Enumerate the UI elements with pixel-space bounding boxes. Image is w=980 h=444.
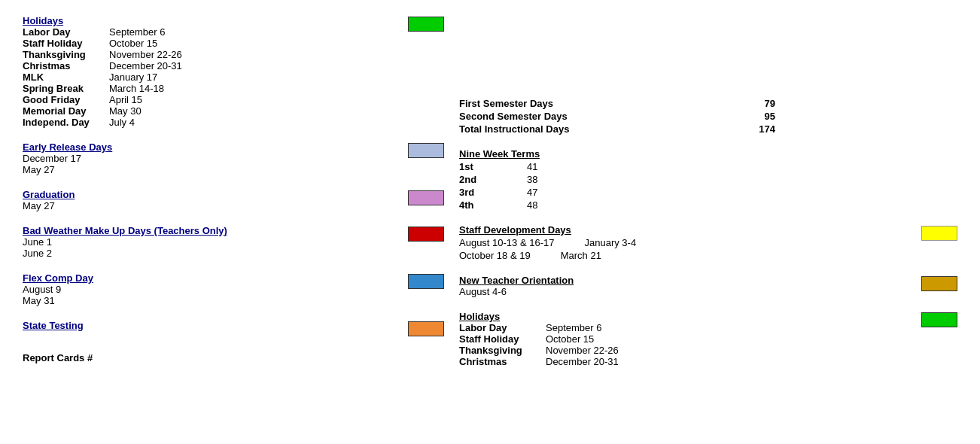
- early-release-item: December 17: [23, 153, 112, 164]
- holiday-date: January 17: [109, 71, 157, 83]
- early-release-list: December 17May 27: [23, 153, 112, 175]
- holiday-label: Good Friday: [23, 94, 109, 105]
- holiday2-date: September 6: [546, 322, 601, 333]
- semester-days-section: First Semester Days79Second Semester Day…: [459, 98, 957, 135]
- state-testing-header-row: State Testing: [23, 320, 444, 339]
- flex-comp-header: Flex Comp Day: [23, 272, 93, 284]
- staff-dev-color-box-area: [921, 224, 957, 243]
- holiday-item: Memorial DayMay 30: [23, 105, 182, 117]
- holidays2-header: Holidays: [459, 311, 619, 322]
- holiday2-date: October 15: [546, 333, 594, 345]
- holiday-label: Staff Holiday: [23, 38, 109, 49]
- holiday2-item: ThanksgivingNovember 22-26: [459, 345, 619, 356]
- nine-week-value: 48: [527, 199, 537, 211]
- nine-week-term: 3rd: [459, 187, 482, 198]
- nine-week-term: 1st: [459, 161, 482, 172]
- right-column: First Semester Days79Second Semester Day…: [444, 15, 957, 381]
- graduation-color-box: [408, 190, 444, 205]
- nine-week-header: Nine Week Terms: [459, 148, 957, 160]
- holiday2-label: Christmas: [459, 356, 546, 367]
- nine-week-section: Nine Week Terms 1st412nd383rd474th48: [459, 148, 957, 211]
- staff-dev-dates: August 10-13 & 16-17January 3-4October 1…: [459, 237, 636, 261]
- holidays2-header-row: Holidays Labor DaySeptember 6Staff Holid…: [459, 311, 957, 367]
- holiday-item: ChristmasDecember 20-31: [23, 60, 182, 71]
- early-release-header-row: Early Release Days December 17May 27: [23, 141, 444, 175]
- new-teacher-section: New Teacher Orientation August 4-6: [459, 275, 957, 297]
- holidays2-content: Holidays Labor DaySeptember 6Staff Holid…: [459, 311, 619, 367]
- semester-row: Second Semester Days95: [459, 111, 775, 122]
- holiday-date: December 20-31: [109, 60, 182, 71]
- nine-week-value: 47: [527, 187, 537, 198]
- new-teacher-header: New Teacher Orientation: [459, 275, 574, 286]
- bad-weather-color-box: [408, 227, 444, 242]
- holiday-label: Memorial Day: [23, 105, 109, 117]
- staff-dev-section: Staff Development Days August 10-13 & 16…: [459, 224, 957, 261]
- holidays-section: Holidays Labor DaySeptember 6Staff Holid…: [23, 15, 444, 128]
- flex-comp-header-row: Flex Comp Day August 9May 31: [23, 272, 444, 306]
- report-cards-label: Report Cards #: [23, 352, 444, 363]
- bad-weather-header: Bad Weather Make Up Days (Teachers Only): [23, 225, 227, 236]
- staff-dev-date-row: August 10-13 & 16-17January 3-4: [459, 237, 636, 248]
- nine-week-row: 4th48: [459, 199, 957, 211]
- graduation-color-box-area: [408, 189, 444, 208]
- semester-value: 95: [745, 111, 775, 122]
- holiday-date: November 22-26: [109, 49, 182, 60]
- early-release-item: May 27: [23, 164, 112, 175]
- staff-dev-col2: March 21: [561, 250, 601, 261]
- nine-week-row: 2nd38: [459, 174, 957, 185]
- graduation-header-row: Graduation May 27: [23, 189, 444, 211]
- holiday-item: Good FridayApril 15: [23, 94, 182, 105]
- holiday2-item: Staff HolidayOctober 15: [459, 333, 619, 345]
- new-teacher-content: New Teacher Orientation August 4-6: [459, 275, 574, 297]
- holiday-item: Independ. DayJuly 4: [23, 117, 182, 128]
- staff-dev-content: Staff Development Days August 10-13 & 16…: [459, 224, 636, 261]
- nine-week-list: 1st412nd383rd474th48: [459, 161, 957, 211]
- nine-week-term: 4th: [459, 199, 482, 211]
- semester-label: Second Semester Days: [459, 111, 568, 122]
- flex-comp-color-box-area: [408, 272, 444, 291]
- holiday-item: MLKJanuary 17: [23, 71, 182, 83]
- bad-weather-item: June 2: [23, 248, 227, 259]
- holidays2-list: Labor DaySeptember 6Staff HolidayOctober…: [459, 322, 619, 367]
- flex-comp-item: August 9: [23, 284, 93, 295]
- holiday-label: Thanksgiving: [23, 49, 109, 60]
- early-release-color-box-area: [408, 141, 444, 160]
- holidays-header: Holidays: [23, 15, 182, 26]
- report-cards-section: Report Cards #: [23, 352, 444, 363]
- semester-label: First Semester Days: [459, 98, 553, 109]
- nine-week-value: 38: [527, 174, 537, 185]
- new-teacher-dates: August 4-6: [459, 286, 574, 297]
- holiday-date: April 15: [109, 94, 142, 105]
- state-testing-color-box: [408, 321, 444, 336]
- staff-dev-date-row: October 18 & 19March 21: [459, 250, 636, 261]
- holiday-date: September 6: [109, 26, 165, 38]
- holiday-label: Spring Break: [23, 83, 109, 94]
- graduation-list: May 27: [23, 200, 75, 211]
- holiday-label: Christmas: [23, 60, 109, 71]
- holiday2-date: December 20-31: [546, 356, 619, 367]
- holiday2-label: Thanksgiving: [459, 345, 546, 356]
- new-teacher-color-box: [921, 276, 957, 291]
- holidays-list: Labor DaySeptember 6Staff HolidayOctober…: [23, 26, 182, 128]
- bad-weather-header-row: Bad Weather Make Up Days (Teachers Only)…: [23, 225, 444, 259]
- graduation-header: Graduation: [23, 189, 75, 200]
- bad-weather-list: June 1June 2: [23, 236, 227, 259]
- holidays-content: Holidays Labor DaySeptember 6Staff Holid…: [23, 15, 182, 128]
- state-testing-section: State Testing: [23, 320, 444, 339]
- left-column: Holidays Labor DaySeptember 6Staff Holid…: [23, 15, 444, 381]
- holiday-label: Labor Day: [23, 26, 109, 38]
- staff-dev-col1: August 10-13 & 16-17: [459, 237, 554, 248]
- graduation-section: Graduation May 27: [23, 189, 444, 211]
- holidays-header-row: Holidays Labor DaySeptember 6Staff Holid…: [23, 15, 444, 128]
- state-testing-header: State Testing: [23, 320, 84, 331]
- holiday2-label: Staff Holiday: [459, 333, 546, 345]
- holiday-date: May 30: [109, 105, 142, 117]
- holidays2-section: Holidays Labor DaySeptember 6Staff Holid…: [459, 311, 957, 367]
- holiday-item: Spring BreakMarch 14-18: [23, 83, 182, 94]
- new-teacher-header-row: New Teacher Orientation August 4-6: [459, 275, 957, 297]
- holiday2-date: November 22-26: [546, 345, 619, 356]
- holiday-date: March 14-18: [109, 83, 164, 94]
- bad-weather-section: Bad Weather Make Up Days (Teachers Only)…: [23, 225, 444, 259]
- flex-comp-content: Flex Comp Day August 9May 31: [23, 272, 93, 306]
- graduation-item: May 27: [23, 200, 75, 211]
